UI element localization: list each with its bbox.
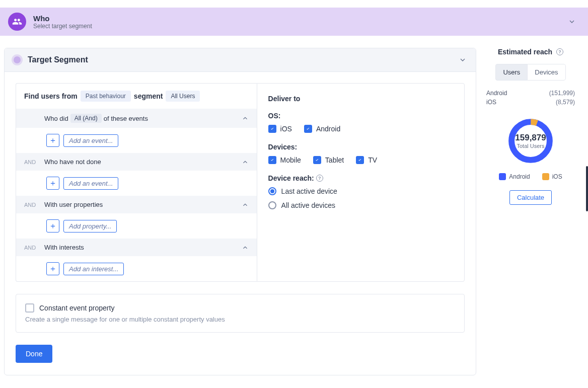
scrollbar[interactable] — [586, 15, 588, 277]
add-event-link[interactable]: Add an event... — [63, 177, 118, 190]
find-middle: segment — [134, 92, 163, 100]
and-tag: AND — [24, 245, 38, 251]
devices-label: Devices: — [268, 143, 453, 151]
donut-label: Total Users — [515, 143, 546, 149]
legend-android: Android — [509, 173, 530, 180]
find-prefix: Find users from — [24, 92, 78, 100]
add-interest-link[interactable]: Add an interest... — [63, 263, 124, 275]
radio-all-active[interactable]: All active devices — [268, 201, 453, 209]
match-pill[interactable]: All (And) — [70, 114, 102, 123]
chevron-up-icon[interactable] — [242, 201, 249, 208]
and-tag: AND — [24, 202, 38, 208]
legend-swatch-ios — [542, 173, 549, 180]
clause-interests: AND With interests — [16, 239, 257, 256]
legend-swatch-android — [499, 173, 506, 180]
scrollbar-thumb[interactable] — [586, 166, 588, 211]
add-event-button[interactable]: ＋ — [46, 177, 59, 190]
segment-title: Target Segment — [28, 55, 88, 64]
clause-user-props: AND With user properties — [16, 196, 257, 213]
clause-label: With interests — [44, 244, 84, 251]
help-icon[interactable]: ? — [316, 175, 323, 182]
device-tablet-checkbox[interactable]: Tablet — [313, 156, 344, 164]
add-event-button[interactable]: ＋ — [46, 134, 59, 147]
os-ios-checkbox[interactable]: iOS — [268, 125, 292, 133]
estimated-reach-panel: Estimated reach ? Users Devices Android … — [486, 48, 575, 205]
tab-devices[interactable]: Devices — [527, 64, 565, 81]
os-android-checkbox[interactable]: Android — [304, 125, 340, 133]
chevron-up-icon[interactable] — [242, 115, 249, 122]
deliver-panel: Deliver to OS: iOS Android — [257, 83, 465, 282]
add-event-link[interactable]: Add an event... — [63, 134, 118, 147]
chevron-down-icon[interactable] — [568, 18, 576, 26]
constant-checkbox[interactable] — [25, 303, 34, 313]
stat-android-count: (151,999) — [549, 90, 575, 97]
reach-donut-chart: 159,879 Total Users — [486, 116, 575, 166]
help-icon[interactable]: ? — [556, 48, 563, 55]
target-segment-card: Target Segment Find users from Past beha… — [4, 48, 476, 375]
reach-title: Estimated reach — [498, 48, 552, 56]
legend-ios: iOS — [552, 173, 562, 180]
os-label: OS: — [268, 112, 453, 120]
and-tag: AND — [24, 159, 38, 165]
calculate-button[interactable]: Calculate — [509, 190, 552, 205]
clause-label: With user properties — [44, 201, 103, 208]
clause-not-done: AND Who have not done — [16, 153, 257, 171]
clause-label: Who have not done — [44, 158, 101, 166]
add-property-link[interactable]: Add property... — [63, 220, 117, 232]
stat-ios-count: (8,579) — [556, 99, 575, 106]
radio-last-active[interactable]: Last active device — [268, 187, 453, 195]
chevron-down-icon[interactable] — [459, 56, 467, 64]
reach-label: Device reach: — [268, 174, 314, 182]
who-banner[interactable]: Who Select target segment — [0, 8, 588, 36]
add-interest-button[interactable]: ＋ — [46, 262, 59, 275]
chevron-up-icon[interactable] — [242, 244, 249, 251]
stat-android-label: Android — [486, 90, 507, 97]
constant-sub: Create a single message for one or multi… — [25, 316, 455, 323]
clause-prefix: Who did — [44, 115, 68, 122]
device-tv-checkbox[interactable]: TV — [356, 156, 377, 164]
done-button[interactable]: Done — [16, 345, 52, 363]
clause-who-did: AND Who did All (And) of these events — [16, 109, 257, 128]
behaviour-pill[interactable]: Past behaviour — [81, 91, 131, 102]
tab-users[interactable]: Users — [495, 64, 527, 81]
banner-title: Who — [33, 14, 92, 23]
device-mobile-checkbox[interactable]: Mobile — [268, 156, 301, 164]
deliver-title: Deliver to — [268, 95, 453, 103]
donut-total: 159,879 — [515, 133, 546, 143]
segment-builder: Find users from Past behaviour segment A… — [16, 83, 257, 282]
people-icon — [8, 13, 26, 31]
clause-suffix: of these events — [104, 115, 148, 122]
stat-ios-label: iOS — [486, 99, 496, 106]
chevron-up-icon[interactable] — [242, 159, 249, 166]
add-property-button[interactable]: ＋ — [46, 219, 59, 232]
users-pill[interactable]: All Users — [166, 91, 200, 102]
banner-subtitle: Select target segment — [33, 23, 92, 30]
pulse-dot-icon — [14, 56, 21, 63]
constant-property-card: Constant event property Create a single … — [16, 294, 465, 333]
constant-label: Constant event property — [39, 304, 114, 312]
